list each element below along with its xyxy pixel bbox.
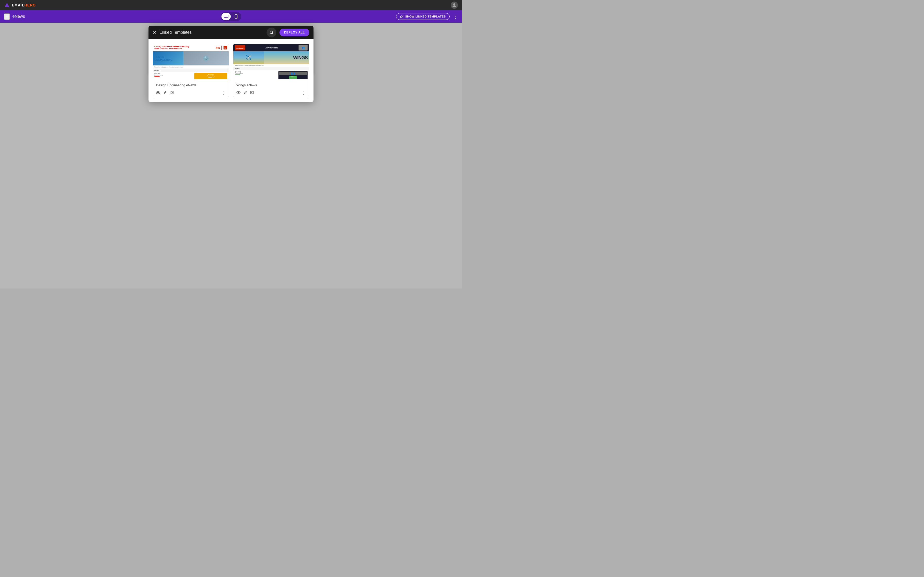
wings-news-row: NEWS <box>233 67 309 70</box>
wings-logo: skylogistics <box>236 48 244 49</box>
de-article: {{this.title}} {{this.description}} <box>154 73 194 79</box>
linked-templates-modal: ✕ Linked Templates DEPLOY ALL <box>149 26 313 102</box>
wings-ad-person-icon: 👤👤 <box>291 73 296 75</box>
template-card-wings: skylogistics Join Our Team! 👥 <box>233 44 309 97</box>
svg-rect-18 <box>251 92 253 93</box>
link-template-icon-de[interactable] <box>170 91 173 95</box>
mobile-icon <box>234 15 237 19</box>
preview-icon-de[interactable] <box>156 91 160 95</box>
svg-point-12 <box>158 92 159 93</box>
de-ad-box: Pre-appliedThread-lockingMasking & <box>194 73 227 79</box>
email-preview-frame: Wide AD 1 ✕ Linked Templates DEPLOY ALL <box>149 31 313 74</box>
wings-join-text: Join Our Team! <box>246 47 297 49</box>
svg-rect-17 <box>250 91 254 94</box>
link-template-icon-wings[interactable] <box>250 91 254 95</box>
svg-rect-14 <box>171 92 173 93</box>
de-subscribe-text: Subscribe to Magazine | www.supernewscor… <box>153 65 229 69</box>
wings-plane-icon: ✈️ <box>246 55 251 61</box>
wings-content-row: {{this.title}} {{this.description}} 👤👤 V… <box>233 70 309 80</box>
logo-icon <box>4 2 10 8</box>
desktop-icon <box>224 15 228 18</box>
svg-rect-13 <box>170 91 173 94</box>
preview-icon-wings[interactable] <box>236 91 241 95</box>
template-card-design-engineering: Conveyors for Modern Material Handlingbe… <box>153 44 229 97</box>
template-info-wings: Wings eNews <box>233 80 309 89</box>
de-news-row: NEWS <box>153 69 229 72</box>
brand-name: EMAILHERO <box>12 3 36 7</box>
modal-close-button[interactable]: ✕ <box>153 30 157 35</box>
svg-point-6 <box>236 18 236 18</box>
template-more-button-wings[interactable]: ⋮ <box>301 90 306 95</box>
wings-team-photo-icon: 👥 <box>302 47 305 49</box>
wings-ad-text: Vote for yourfavourite <box>289 76 297 79</box>
show-linked-templates-button[interactable]: SHOW LINKED TEMPLATES <box>396 13 450 20</box>
deploy-all-button[interactable]: DEPLOY ALL <box>279 29 309 36</box>
de-mk-logo: mk <box>216 46 220 49</box>
svg-point-16 <box>238 92 239 93</box>
link-icon <box>400 15 404 18</box>
template-name-de: Design Engineering eNews <box>156 83 197 87</box>
main-content: Wide AD 1 ✕ Linked Templates DEPLOY ALL <box>0 23 462 288</box>
page-title: eNews <box>12 14 25 19</box>
mobile-view-button[interactable] <box>231 13 241 20</box>
svg-rect-4 <box>225 18 228 18</box>
de-content-row: {{this.title}} {{this.description}} Pre-… <box>153 72 229 80</box>
navbar-right <box>451 2 458 9</box>
search-icon <box>270 31 273 34</box>
wings-article: {{this.title}} {{this.description}} <box>235 71 278 79</box>
modal-header: ✕ Linked Templates DEPLOY ALL <box>149 26 313 39</box>
svg-rect-2 <box>224 15 228 18</box>
template-info-de: Design Engineering eNews <box>153 80 229 89</box>
modal-title: Linked Templates <box>160 30 263 35</box>
desktop-view-button[interactable] <box>221 13 231 20</box>
svg-point-1 <box>453 3 455 5</box>
svg-text:N: N <box>225 47 226 49</box>
app-logo: EMAILHERO <box>4 2 36 8</box>
template-more-button-de[interactable]: ⋮ <box>221 90 226 95</box>
svg-point-7 <box>270 31 273 34</box>
svg-marker-0 <box>5 3 9 7</box>
wings-banner-text: WINGS <box>293 55 308 60</box>
modal-search-button[interactable] <box>267 27 276 37</box>
de-banner-title: DESIGNENGINEERING <box>154 56 187 61</box>
avatar[interactable] <box>451 2 458 9</box>
template-name-wings: Wings eNews <box>236 83 257 87</box>
subheader-actions: SHOW LINKED TEMPLATES ⋮ <box>396 13 458 20</box>
template-action-icons-de <box>156 91 173 95</box>
modal-body: Conveyors for Modern Material Handlingbe… <box>149 39 313 102</box>
svg-line-8 <box>272 33 273 34</box>
template-preview-wings: skylogistics Join Our Team! 👥 <box>233 44 309 80</box>
de-banner-gear-icon: ⚙️ <box>202 55 209 62</box>
view-toggle <box>221 12 241 21</box>
wings-ad-box: 👤👤 Vote for yourfavourite <box>278 71 308 79</box>
subheader: ← eNews SHOW LINKED TEMPLATES ⋮ <box>0 10 462 23</box>
de-header-text: Conveyors for Modern Material Handlingbe… <box>154 45 215 50</box>
edit-icon-wings[interactable] <box>244 91 247 95</box>
wings-subscribe-text: Subscribe to Magazine | www.supernewscor… <box>233 64 309 67</box>
de-logo-icon: N <box>223 46 227 50</box>
more-options-button[interactable]: ⋮ <box>453 13 458 19</box>
template-preview-design-engineering: Conveyors for Modern Material Handlingbe… <box>153 44 229 80</box>
template-actions-de: ⋮ <box>153 89 229 97</box>
template-actions-wings: ⋮ <box>233 89 309 97</box>
svg-rect-3 <box>225 18 227 18</box>
back-button[interactable]: ← <box>4 13 10 20</box>
edit-icon-de[interactable] <box>163 91 167 95</box>
template-action-icons-wings <box>236 91 254 95</box>
navbar: EMAILHERO <box>0 0 462 10</box>
